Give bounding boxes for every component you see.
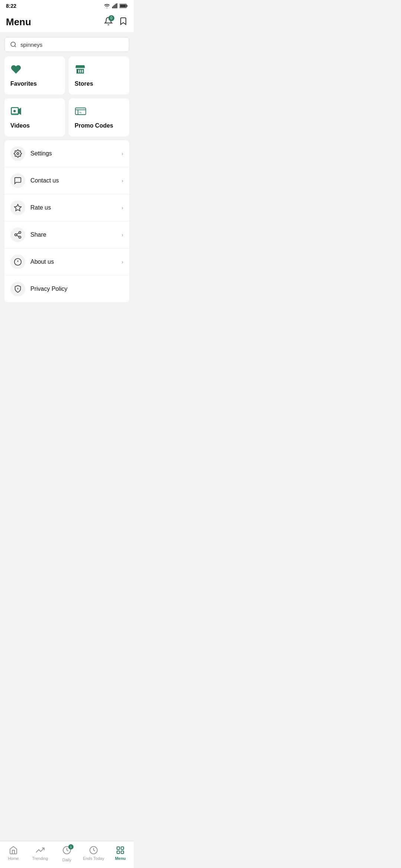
stores-label: Stores bbox=[75, 80, 123, 87]
star-icon bbox=[10, 200, 25, 215]
rate-us-item[interactable]: Rate us › bbox=[4, 194, 129, 221]
promo-codes-label: Promo Codes bbox=[75, 122, 123, 129]
content-area: spinneys Favorites Stores bbox=[0, 37, 134, 336]
settings-item[interactable]: Settings › bbox=[4, 140, 129, 167]
bookmark-button[interactable] bbox=[119, 17, 128, 28]
svg-line-21 bbox=[17, 235, 19, 237]
svg-rect-1 bbox=[113, 6, 114, 9]
rate-us-label: Rate us bbox=[30, 204, 116, 211]
svg-point-11 bbox=[13, 110, 16, 112]
battery-icon bbox=[120, 4, 128, 8]
favorites-label: Favorites bbox=[10, 80, 59, 87]
promo-codes-button[interactable]: % Promo Codes bbox=[69, 98, 129, 137]
svg-rect-2 bbox=[114, 5, 115, 9]
svg-point-8 bbox=[11, 42, 15, 46]
videos-label: Videos bbox=[10, 122, 59, 129]
notification-button[interactable]: 0 bbox=[104, 17, 113, 28]
svg-text:%: % bbox=[79, 111, 81, 114]
share-label: Share bbox=[30, 231, 116, 238]
svg-line-22 bbox=[17, 233, 19, 234]
video-icon bbox=[10, 106, 59, 119]
notification-badge: 0 bbox=[108, 15, 114, 21]
share-icon bbox=[10, 227, 25, 242]
time: 8:22 bbox=[6, 3, 16, 9]
svg-rect-6 bbox=[127, 5, 128, 7]
heart-icon bbox=[10, 64, 59, 78]
shield-icon bbox=[10, 282, 25, 296]
search-bar[interactable]: spinneys bbox=[4, 37, 129, 52]
store-icon bbox=[75, 64, 123, 78]
status-icons bbox=[104, 3, 128, 9]
svg-point-18 bbox=[19, 231, 21, 234]
about-us-label: About us bbox=[30, 259, 116, 265]
svg-rect-4 bbox=[117, 3, 117, 8]
signal-icon bbox=[112, 3, 117, 9]
svg-rect-3 bbox=[115, 4, 116, 8]
grid-section: Favorites Stores Videos bbox=[4, 56, 129, 137]
menu-list: Settings › Contact us › Rate us › bbox=[4, 140, 129, 302]
svg-rect-0 bbox=[112, 7, 113, 9]
share-arrow: › bbox=[121, 232, 123, 238]
info-icon bbox=[10, 254, 25, 269]
contact-icon bbox=[10, 173, 25, 188]
privacy-policy-item[interactable]: Privacy Policy bbox=[4, 276, 129, 302]
wifi-icon bbox=[104, 4, 110, 8]
page-header: Menu 0 bbox=[0, 12, 134, 33]
status-bar: 8:22 bbox=[0, 0, 134, 12]
svg-point-16 bbox=[17, 152, 19, 155]
about-us-item[interactable]: About us › bbox=[4, 249, 129, 276]
svg-point-19 bbox=[15, 234, 17, 236]
stores-button[interactable]: Stores bbox=[69, 56, 129, 95]
videos-button[interactable]: Videos bbox=[4, 98, 65, 137]
favorites-button[interactable]: Favorites bbox=[4, 56, 65, 95]
settings-label: Settings bbox=[30, 150, 116, 157]
page-title: Menu bbox=[6, 16, 31, 28]
contact-us-label: Contact us bbox=[30, 177, 116, 184]
settings-arrow: › bbox=[121, 151, 123, 157]
search-icon bbox=[10, 41, 17, 48]
promo-icon: % bbox=[75, 106, 123, 119]
share-item[interactable]: Share › bbox=[4, 221, 129, 249]
svg-marker-10 bbox=[18, 109, 20, 114]
rate-arrow: › bbox=[121, 205, 123, 211]
gear-icon bbox=[10, 146, 25, 161]
about-arrow: › bbox=[121, 259, 123, 265]
contact-arrow: › bbox=[121, 178, 123, 184]
svg-marker-17 bbox=[14, 204, 21, 211]
privacy-policy-label: Privacy Policy bbox=[30, 286, 123, 292]
svg-rect-7 bbox=[120, 4, 126, 7]
bookmark-icon bbox=[119, 17, 128, 26]
search-input[interactable]: spinneys bbox=[20, 42, 42, 48]
svg-point-20 bbox=[19, 236, 21, 239]
contact-us-item[interactable]: Contact us › bbox=[4, 167, 129, 194]
header-actions: 0 bbox=[104, 17, 128, 28]
